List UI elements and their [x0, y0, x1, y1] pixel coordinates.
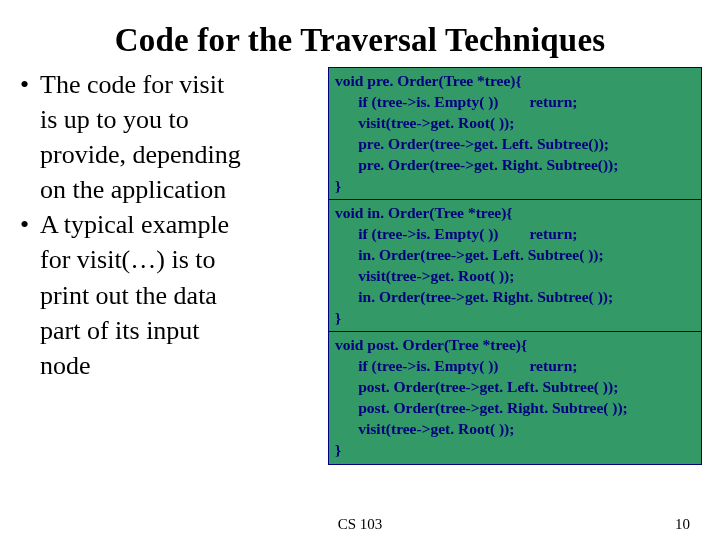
bullet-text: is up to you to: [18, 102, 324, 137]
bullet-icon: •: [18, 67, 40, 102]
list-item: • A typical example: [18, 207, 324, 242]
bullet-text: A typical example: [40, 207, 324, 242]
slide: Code for the Traversal Techniques • The …: [0, 0, 720, 540]
bullet-list: • The code for visit is up to you to pro…: [18, 67, 328, 383]
bullet-text: on the application: [18, 172, 324, 207]
bullet-text: provide, depending: [18, 137, 324, 172]
bullet-text: node: [18, 348, 324, 383]
code-inorder: void in. Order(Tree *tree){ if (tree->is…: [328, 199, 702, 333]
page-number: 10: [675, 516, 690, 533]
footer-course: CS 103: [338, 516, 383, 533]
content-row: • The code for visit is up to you to pro…: [18, 67, 702, 463]
bullet-text: The code for visit: [40, 67, 324, 102]
code-postorder: void post. Order(Tree *tree){ if (tree->…: [328, 331, 702, 465]
code-column: void pre. Order(Tree *tree){ if (tree->i…: [328, 67, 702, 463]
bullet-text: part of its input: [18, 313, 324, 348]
code-preorder: void pre. Order(Tree *tree){ if (tree->i…: [328, 67, 702, 201]
bullet-icon: •: [18, 207, 40, 242]
bullet-text: for visit(…) is to: [18, 242, 324, 277]
bullet-text: print out the data: [18, 278, 324, 313]
list-item: • The code for visit: [18, 67, 324, 102]
slide-title: Code for the Traversal Techniques: [18, 22, 702, 59]
